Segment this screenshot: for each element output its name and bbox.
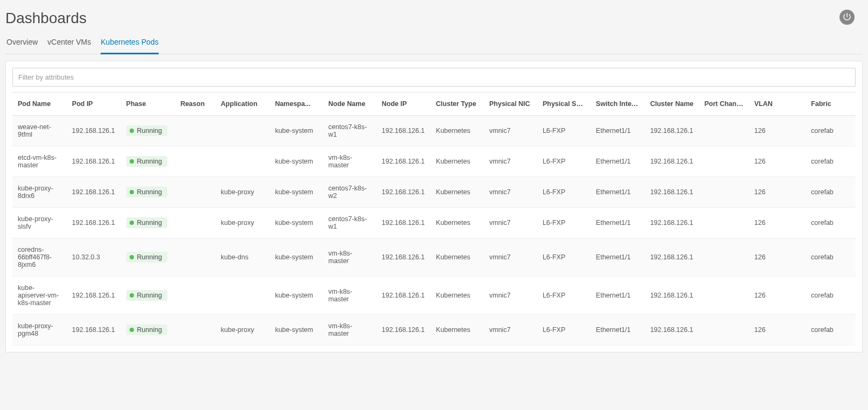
cell-node-ip: 192.168.126.1 (376, 315, 431, 345)
column-header[interactable]: VLAN (749, 93, 806, 116)
table-row[interactable]: kube-proxy-slsfv192.168.126.1Runningkube… (12, 208, 856, 238)
cell-vlan: 126 (749, 238, 806, 277)
status-badge: Running (126, 217, 168, 228)
status-dot-icon (130, 328, 134, 332)
status-text: Running (137, 188, 162, 196)
column-header[interactable]: Node IP (376, 93, 431, 116)
cell-node-name: vm-k8s-master (323, 315, 376, 345)
cell-application: kube-proxy (216, 177, 270, 208)
column-header[interactable]: Physical NIC (484, 93, 537, 116)
filter-input[interactable] (12, 68, 856, 87)
column-header[interactable]: Port Channel (699, 93, 749, 116)
tab-kubernetes-pods[interactable]: Kubernetes Pods (101, 32, 158, 54)
cell-physical-nic: vmnic7 (484, 238, 537, 277)
cell-switch-interface: Ethernet1/1 (590, 277, 645, 315)
cell-namespace: kube-system (269, 208, 323, 238)
table-row[interactable]: kube-apiserver-vm-k8s-master192.168.126.… (12, 277, 856, 315)
cell-vlan: 126 (749, 177, 806, 208)
cell-namespace: kube-system (269, 116, 323, 146)
cell-fabric: corefab (806, 146, 856, 177)
table-header-row: Pod NamePod IPPhaseReasonApplicationName… (12, 93, 856, 116)
cell-switch-interface: Ethernet1/1 (590, 208, 645, 238)
table-row[interactable]: coredns-66bff467f8-8jxm610.32.0.3Running… (12, 238, 856, 277)
tab-overview[interactable]: Overview (6, 32, 38, 54)
cell-port-channel (699, 177, 749, 208)
status-dot-icon (130, 129, 134, 133)
column-header[interactable]: Fabric (806, 93, 856, 116)
cell-physical-switch: L6-FXP (537, 146, 590, 177)
cell-node-name: vm-k8s-master (323, 238, 376, 277)
cell-node-ip: 192.168.126.1 (376, 146, 431, 177)
table-body: weave-net-9tfml192.168.126.1Runningkube-… (12, 116, 856, 345)
cell-vlan: 126 (749, 315, 806, 345)
cell-pod-name: weave-net-9tfml (12, 116, 67, 146)
cell-application: kube-dns (216, 238, 270, 277)
cell-cluster-type: Kubernetes (431, 146, 484, 177)
cell-reason (175, 238, 215, 277)
cell-phase: Running (121, 238, 175, 277)
status-badge: Running (126, 156, 168, 167)
table-row[interactable]: kube-proxy-8drx6192.168.126.1Runningkube… (12, 177, 856, 208)
cell-pod-name: kube-proxy-pgm48 (12, 315, 67, 345)
status-badge: Running (126, 187, 168, 197)
cell-namespace: kube-system (269, 315, 323, 345)
column-header[interactable]: Physical Switch (537, 93, 590, 116)
cell-switch-interface: Ethernet1/1 (590, 116, 645, 146)
cell-switch-interface: Ethernet1/1 (590, 238, 645, 277)
cell-physical-nic: vmnic7 (484, 146, 537, 177)
refresh-button[interactable] (839, 10, 855, 25)
cell-node-name: vm-k8s-master (323, 277, 376, 315)
tab-vcenter-vms[interactable]: vCenter VMs (47, 32, 91, 54)
status-dot-icon (130, 190, 134, 194)
cell-pod-name: kube-proxy-slsfv (12, 208, 67, 238)
status-dot-icon (130, 255, 134, 259)
cell-cluster-type: Kubernetes (431, 315, 484, 345)
cell-phase: Running (121, 277, 175, 315)
cell-pod-name: etcd-vm-k8s-master (12, 146, 67, 177)
column-header[interactable]: Pod IP (67, 93, 121, 116)
column-header[interactable]: Phase (121, 93, 175, 116)
cell-switch-interface: Ethernet1/1 (590, 146, 645, 177)
cell-physical-switch: L6-FXP (537, 177, 590, 208)
cell-vlan: 126 (749, 116, 806, 146)
cell-vlan: 126 (749, 146, 806, 177)
cell-node-ip: 192.168.126.1 (376, 177, 431, 208)
cell-cluster-name: 192.168.126.1 (645, 277, 699, 315)
table-row[interactable]: kube-proxy-pgm48192.168.126.1Runningkube… (12, 315, 856, 345)
cell-node-name: centos7-k8s-w2 (323, 177, 376, 208)
column-header[interactable]: Switch Interface (590, 93, 645, 116)
status-dot-icon (130, 293, 134, 298)
status-text: Running (137, 158, 162, 165)
cell-phase: Running (121, 208, 175, 238)
table-row[interactable]: weave-net-9tfml192.168.126.1Runningkube-… (12, 116, 856, 146)
column-header[interactable]: Application (216, 93, 270, 116)
cell-cluster-type: Kubernetes (431, 238, 484, 277)
column-header[interactable]: Reason (175, 93, 215, 116)
cell-fabric: corefab (806, 277, 856, 315)
cell-fabric: corefab (806, 177, 856, 208)
cell-physical-switch: L6-FXP (537, 277, 590, 315)
cell-namespace: kube-system (269, 177, 323, 208)
cell-physical-switch: L6-FXP (537, 208, 590, 238)
content-panel: Pod NamePod IPPhaseReasonApplicationName… (5, 61, 863, 352)
cell-application: kube-proxy (216, 315, 270, 345)
cell-phase: Running (121, 146, 175, 177)
tabs: OverviewvCenter VMsKubernetes Pods (5, 32, 863, 54)
power-icon (842, 12, 852, 23)
column-header[interactable]: Namespa... (269, 93, 323, 116)
status-text: Running (137, 127, 162, 135)
column-header[interactable]: Node Name (323, 93, 376, 116)
cell-application (216, 146, 270, 177)
column-header[interactable]: Cluster Type (431, 93, 484, 116)
status-text: Running (137, 253, 162, 261)
column-header[interactable]: Pod Name (12, 93, 67, 116)
cell-cluster-type: Kubernetes (431, 116, 484, 146)
cell-node-name: centos7-k8s-w1 (323, 208, 376, 238)
status-dot-icon (130, 159, 134, 164)
cell-fabric: corefab (806, 208, 856, 238)
cell-physical-nic: vmnic7 (484, 208, 537, 238)
table-row[interactable]: etcd-vm-k8s-master192.168.126.1Runningku… (12, 146, 856, 177)
column-header[interactable]: Cluster Name (645, 93, 699, 116)
status-text: Running (137, 292, 162, 299)
cell-pod-ip: 192.168.126.1 (67, 116, 121, 146)
